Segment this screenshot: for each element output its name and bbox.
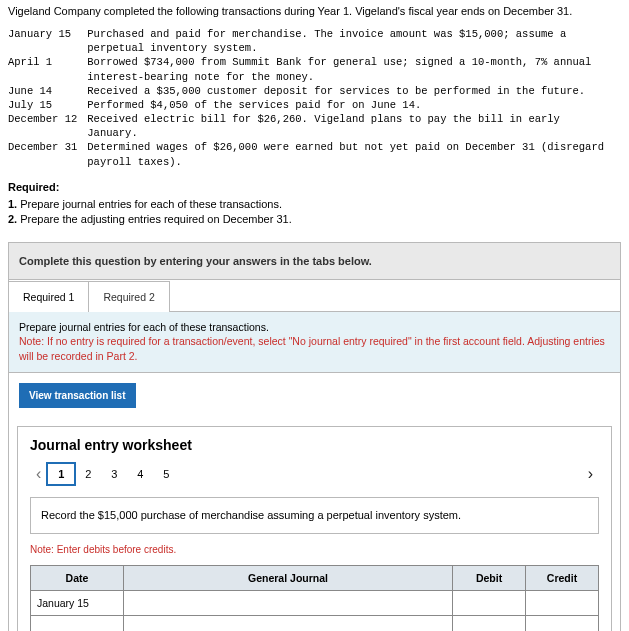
step-1[interactable]: 1	[47, 463, 75, 485]
step-5[interactable]: 5	[153, 464, 179, 484]
step-2[interactable]: 2	[75, 464, 101, 484]
tab-required-1[interactable]: Required 1	[9, 281, 89, 312]
step-nav: ‹ 1 2 3 4 5 ›	[30, 463, 599, 485]
date-cell[interactable]: January 15	[31, 590, 124, 615]
view-transaction-list-button[interactable]: View transaction list	[19, 383, 136, 408]
debit-credit-note: Note: Enter debits before credits.	[30, 544, 599, 555]
col-credit: Credit	[526, 565, 599, 590]
journal-worksheet: Journal entry worksheet ‹ 1 2 3 4 5 › Re…	[17, 426, 612, 631]
step-4[interactable]: 4	[127, 464, 153, 484]
worksheet-title: Journal entry worksheet	[30, 437, 599, 453]
tab-instructions: Prepare journal entries for each of thes…	[9, 312, 620, 373]
entry-prompt: Record the $15,000 purchase of merchandi…	[30, 497, 599, 534]
table-row	[31, 615, 599, 631]
col-date: Date	[31, 565, 124, 590]
tab-required-2[interactable]: Required 2	[88, 281, 169, 312]
problem-intro: Vigeland Company completed the following…	[8, 5, 621, 17]
answer-container: Complete this question by entering your …	[8, 242, 621, 632]
required-heading: Required:	[8, 181, 621, 193]
col-journal: General Journal	[124, 565, 453, 590]
col-debit: Debit	[453, 565, 526, 590]
table-row: January 15	[31, 590, 599, 615]
account-cell[interactable]	[124, 590, 453, 615]
chevron-right-icon[interactable]: ›	[582, 465, 599, 483]
debit-cell[interactable]	[453, 590, 526, 615]
transactions-list: January 15Purchased and paid for merchan…	[8, 27, 621, 169]
required-list: 1. Prepare journal entries for each of t…	[8, 197, 621, 228]
journal-entry-table: Date General Journal Debit Credit Januar…	[30, 565, 599, 631]
instruction-banner: Complete this question by entering your …	[9, 243, 620, 280]
credit-cell[interactable]	[526, 590, 599, 615]
tab-bar: Required 1 Required 2	[9, 280, 620, 312]
chevron-left-icon[interactable]: ‹	[30, 465, 47, 483]
step-3[interactable]: 3	[101, 464, 127, 484]
